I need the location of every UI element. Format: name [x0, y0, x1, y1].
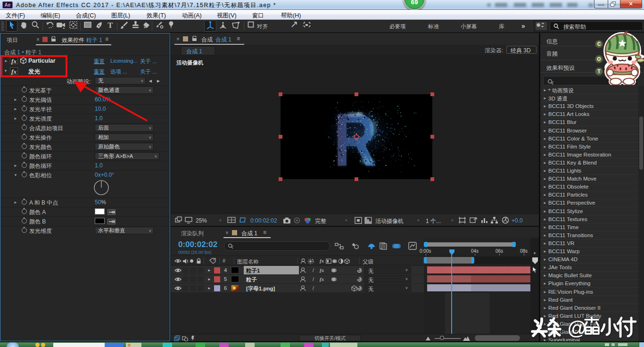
- svg-text:T: T: [107, 21, 113, 29]
- svg-text:@: @: [567, 317, 587, 339]
